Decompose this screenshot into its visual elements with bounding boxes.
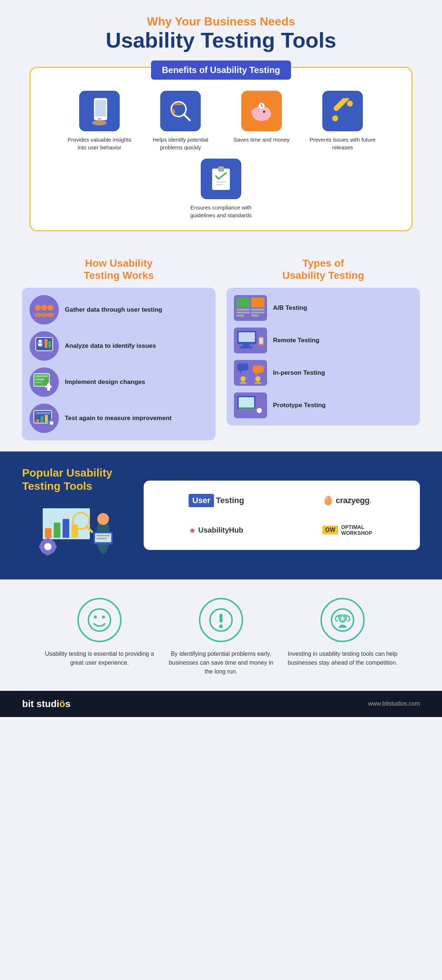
svg-point-76 <box>257 408 262 413</box>
benefit-label-3: Saves time and money <box>233 136 290 143</box>
svg-rect-59 <box>239 332 255 342</box>
svg-rect-60 <box>242 344 250 346</box>
tools-left: Popular Usability Testing Tools <box>22 466 133 565</box>
svg-point-11 <box>257 115 260 120</box>
tools-illustration <box>22 499 133 565</box>
how-icon-analyze <box>30 331 59 361</box>
tools-title: Popular Usability Testing Tools <box>22 466 133 493</box>
stat-text-2: By identifying potential problems early,… <box>166 649 276 676</box>
tool-logo-usertesting: User Testing <box>155 490 278 512</box>
types-text-4: Prototype Testing <box>273 401 326 410</box>
how-title: How UsabilityTesting Works <box>22 257 215 282</box>
svg-rect-54 <box>236 312 250 313</box>
svg-marker-67 <box>255 373 258 376</box>
svg-rect-85 <box>63 519 69 538</box>
svg-rect-93 <box>39 545 43 548</box>
svg-rect-78 <box>258 414 260 417</box>
svg-marker-65 <box>239 371 242 374</box>
stat-item-3: Investing in usability testing tools can… <box>287 598 398 676</box>
stat-text-3: Investing in usability testing tools can… <box>287 649 398 667</box>
benefit-item-5: Ensures compliance with guidelines and s… <box>184 159 258 219</box>
how-item-3: Implement design changes <box>30 368 208 397</box>
svg-point-90 <box>44 543 52 550</box>
header-section: Why Your Business Needs Usability Testin… <box>0 0 442 59</box>
svg-point-47 <box>50 421 54 425</box>
benefits-box: Benefits of Usability Testing Provides v… <box>30 67 412 231</box>
svg-point-34 <box>39 340 42 343</box>
svg-rect-20 <box>212 169 230 190</box>
benefit-icon-phone <box>79 91 120 131</box>
types-text-3: In-person Testing <box>273 369 325 377</box>
benefit-item-1: Provides valuable insights into user beh… <box>63 91 136 151</box>
how-text-4: Test again to measure improvement <box>65 414 172 423</box>
svg-point-29 <box>47 313 54 317</box>
svg-rect-39 <box>35 382 42 383</box>
how-col: How UsabilityTesting Works Gather data t… <box>22 257 215 441</box>
svg-rect-105 <box>220 614 222 623</box>
svg-rect-99 <box>97 535 110 536</box>
stat-item-1: Usability testing is essential to provid… <box>44 598 155 676</box>
svg-rect-49 <box>51 425 52 428</box>
header-subtitle: Why Your Business Needs <box>7 15 435 29</box>
svg-point-106 <box>219 624 223 628</box>
svg-rect-2 <box>98 118 101 119</box>
stat-icon-trophy <box>320 598 364 642</box>
svg-rect-6 <box>173 103 182 105</box>
benefits-section: Benefits of Usability Testing Provides v… <box>0 59 442 246</box>
svg-point-69 <box>239 381 247 384</box>
svg-rect-52 <box>236 309 250 310</box>
footer-brand: bit studiös <box>22 698 70 710</box>
svg-rect-92 <box>46 551 49 555</box>
tools-section: Popular Usability Testing Tools <box>0 452 442 579</box>
benefit-icon-wrench <box>322 91 363 131</box>
svg-rect-33 <box>48 341 51 348</box>
svg-rect-63 <box>259 338 263 344</box>
how-text-3: Implement design changes <box>65 378 145 387</box>
svg-point-10 <box>265 115 269 120</box>
types-item-4: Prototype Testing <box>234 393 412 418</box>
svg-rect-21 <box>218 166 224 172</box>
types-list-box: A/B Testing Remote Testing <box>227 288 420 426</box>
svg-rect-91 <box>46 538 49 542</box>
stat-text-1: Usability testing is essential to provid… <box>44 649 155 667</box>
stat-item-2: By identifying potential problems early,… <box>166 598 276 676</box>
svg-point-96 <box>97 513 109 525</box>
svg-rect-53 <box>251 309 265 310</box>
how-text-2: Analyze data to identify issues <box>65 342 156 350</box>
header-title: Usability Testing Tools <box>7 29 435 52</box>
benefit-icon-checklist <box>201 159 241 199</box>
benefit-icon-piggy <box>241 91 282 131</box>
svg-rect-74 <box>239 408 254 410</box>
types-icon-inperson <box>234 360 267 386</box>
types-item-3: In-person Testing <box>234 360 412 386</box>
types-text-1: A/B Testing <box>273 304 307 312</box>
svg-rect-22 <box>216 181 226 183</box>
benefit-icon-search <box>160 91 201 131</box>
stat-icon-exclamation <box>199 598 243 642</box>
how-item-4: Test again to measure improvement <box>30 404 208 433</box>
svg-rect-66 <box>253 366 264 373</box>
svg-rect-83 <box>45 528 52 538</box>
tools-logos-box: User Testing 🥚 crazyegg. ● UsabilityHub … <box>144 480 420 550</box>
svg-point-70 <box>255 376 260 381</box>
types-item-2: Remote Testing <box>234 328 412 353</box>
svg-point-71 <box>254 381 261 384</box>
svg-rect-37 <box>35 375 48 377</box>
benefit-label-1: Provides valuable insights into user beh… <box>63 136 136 151</box>
svg-rect-50 <box>236 298 250 307</box>
svg-rect-73 <box>239 397 254 407</box>
tool-logo-usabilityhub: ● UsabilityHub <box>155 519 278 541</box>
how-types-section: How UsabilityTesting Works Gather data t… <box>0 246 442 452</box>
footer: bit studiös www.bitstudios.com <box>0 691 442 717</box>
svg-point-18 <box>332 115 338 121</box>
svg-rect-94 <box>52 545 57 548</box>
svg-point-68 <box>241 376 246 381</box>
tool-logo-crazyegg: 🥚 crazyegg. <box>285 490 409 512</box>
how-icon-gather <box>30 295 59 325</box>
types-title: Types ofUsability Testing <box>227 257 420 282</box>
svg-point-35 <box>38 344 42 346</box>
svg-point-12 <box>263 111 265 113</box>
svg-rect-38 <box>35 379 44 380</box>
benefit-item-2: Helps identify potential problems quickl… <box>144 91 217 151</box>
svg-rect-77 <box>258 405 260 407</box>
